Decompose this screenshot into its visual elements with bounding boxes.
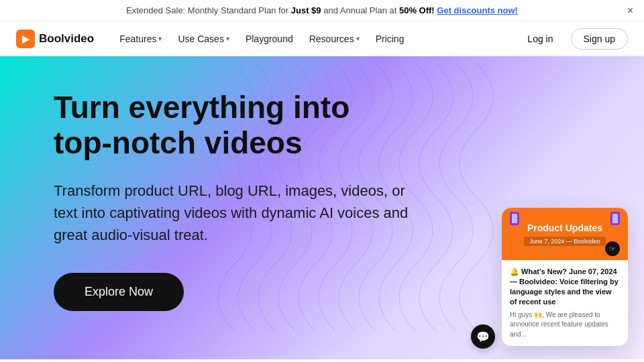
card-date: June 7, 2024 — Boolvideo [524,237,606,246]
product-updates-card[interactable]: Product Updates June 7, 2024 — Boolvideo… [502,208,628,346]
logo[interactable]: ▶ Boolvideo [16,29,94,48]
card-update-title: 🔔 What's New? June 07, 2024 — Boolvideo:… [510,267,620,306]
nav-item-use-cases[interactable]: Use Cases ▾ [171,29,235,48]
hero-content: Turn everything into top-notch videos Tr… [0,56,470,345]
banner-text: Extended Sale: Monthly Standard Plan for… [126,5,518,15]
nav-item-resources[interactable]: Resources ▾ [303,29,366,48]
nav-use-cases-label: Use Cases [178,34,223,44]
banner-middle: and Annual Plan at [321,5,399,15]
banner-prefix: Extended Sale: Monthly Standard Plan for [126,5,291,15]
nav-features-label: Features [119,34,156,44]
nav-pricing-label: Pricing [376,34,405,44]
hero-title: Turn everything into top-notch videos [54,90,416,161]
banner-close-button[interactable]: × [627,5,633,17]
logo-text: Boolvideo [39,32,94,46]
chevron-down-icon: ▾ [158,35,162,42]
cursor-icon: ☞ [605,241,620,256]
nav-item-playground[interactable]: Playground [239,29,300,48]
explore-now-button[interactable]: Explore Now [54,273,184,311]
chevron-down-icon: ▾ [226,35,229,42]
hero-subtitle: Transform product URL, blog URL, images,… [54,180,416,246]
chevron-down-icon: ▾ [356,35,360,42]
banner-highlight2: 50% Off! [399,5,435,15]
logo-icon: ▶ [16,29,35,48]
nav-item-pricing[interactable]: Pricing [369,29,411,48]
signup-button[interactable]: Sign up [571,28,628,50]
card-title: Product Updates [527,223,602,234]
login-button[interactable]: Log in [517,29,564,49]
promo-banner: Extended Sale: Monthly Standard Plan for… [0,0,644,21]
card-body: 🔔 What's New? June 07, 2024 — Boolvideo:… [502,260,628,346]
banner-highlight1: Just $9 [291,5,321,15]
nav-links: Features ▾ Use Cases ▾ Playground Resour… [113,29,517,48]
bag-right-icon [610,212,620,225]
banner-cta-link[interactable]: Get discounts now! [437,5,518,15]
navbar: ▶ Boolvideo Features ▾ Use Cases ▾ Playg… [0,21,644,56]
nav-playground-label: Playground [246,34,293,44]
nav-resources-label: Resources [309,34,354,44]
chat-bubble-button[interactable]: 💬 [471,324,495,349]
card-update-desc: Hi guys 🙌, We are pleased to announce re… [510,310,620,340]
nav-right: Log in Sign up [517,28,628,50]
nav-item-features[interactable]: Features ▾ [113,29,168,48]
bag-left-icon [510,212,519,225]
hero-section: Turn everything into top-notch videos Tr… [0,56,644,359]
card-image: Product Updates June 7, 2024 — Boolvideo… [502,208,628,260]
